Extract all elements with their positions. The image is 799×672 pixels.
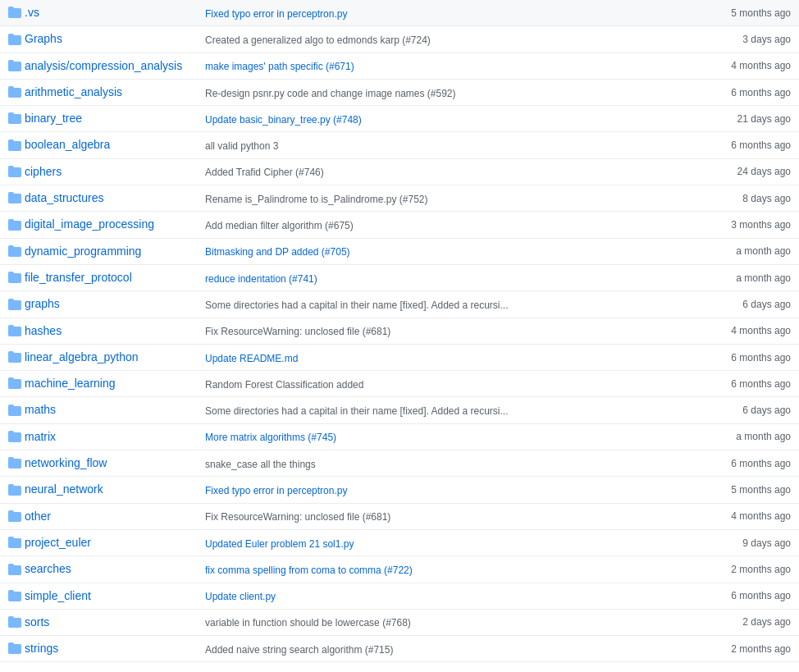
file-name-link[interactable]: file_transfer_protocol bbox=[25, 271, 132, 284]
commit-message-link[interactable]: make images' path specific (#671) bbox=[205, 61, 354, 72]
file-name-link[interactable]: neural_network bbox=[25, 482, 103, 496]
table-row: simple_clientUpdate client.py6 months ag… bbox=[0, 583, 799, 609]
file-name-link[interactable]: Graphs bbox=[25, 32, 62, 45]
commit-age: a month ago bbox=[689, 423, 799, 450]
commit-message-text: Added Trafid Cipher (#746) bbox=[205, 167, 324, 178]
file-name-link[interactable]: graphs bbox=[25, 297, 60, 310]
file-name-link[interactable]: machine_learning bbox=[25, 377, 116, 390]
folder-icon bbox=[8, 6, 21, 19]
file-name-link[interactable]: other bbox=[25, 510, 51, 523]
folder-icon bbox=[8, 589, 21, 602]
commit-age: 6 days ago bbox=[689, 397, 799, 423]
commit-age: 24 days ago bbox=[689, 158, 799, 185]
commit-message-link[interactable]: Fixed typo error in perceptron.py bbox=[205, 485, 347, 496]
file-name-link[interactable]: strings bbox=[25, 642, 58, 655]
commit-message-link[interactable]: fix comma spelling from coma to comma (#… bbox=[205, 565, 413, 576]
file-name-link[interactable]: networking_flow bbox=[25, 456, 107, 469]
folder-icon bbox=[8, 191, 21, 204]
table-row: ciphersAdded Trafid Cipher (#746)24 days… bbox=[0, 158, 799, 185]
table-row: analysis/compression_analysismake images… bbox=[0, 53, 799, 79]
commit-message-text: Created a generalized algo to edmonds ka… bbox=[205, 34, 431, 46]
commit-age: 3 months ago bbox=[689, 212, 799, 238]
table-row: networking_flowsnake_case all the things… bbox=[0, 450, 799, 477]
commit-age: a month ago bbox=[689, 238, 799, 264]
commit-age: 2 days ago bbox=[689, 609, 799, 635]
table-row: file_transfer_protocolreduce indentation… bbox=[0, 264, 799, 290]
table-row: mathsSome directories had a capital in t… bbox=[0, 397, 799, 423]
commit-age: 21 days ago bbox=[689, 106, 799, 132]
commit-message-link[interactable]: More matrix algorithms (#745) bbox=[205, 432, 336, 443]
file-name-link[interactable]: matrix bbox=[25, 430, 56, 443]
commit-age: 2 months ago bbox=[689, 636, 799, 662]
file-name-link[interactable]: simple_client bbox=[25, 589, 91, 602]
file-name-link[interactable]: sorts bbox=[25, 615, 49, 629]
folder-icon bbox=[8, 112, 21, 125]
folder-icon bbox=[8, 139, 21, 152]
file-name-link[interactable]: data_structures bbox=[25, 191, 104, 204]
file-name-link[interactable]: dynamic_programming bbox=[25, 245, 141, 258]
table-row: sortsvariable in function should be lowe… bbox=[0, 609, 799, 635]
table-row: stringsAdded naive string search algorit… bbox=[0, 636, 799, 662]
folder-icon bbox=[8, 510, 21, 523]
commit-age: 6 days ago bbox=[689, 291, 799, 318]
file-name-link[interactable]: .vs bbox=[25, 6, 39, 19]
commit-message-link[interactable]: reduce indentation (#741) bbox=[205, 273, 317, 285]
commit-age: 6 months ago bbox=[689, 79, 799, 105]
commit-message-text: variable in function should be lowercase… bbox=[205, 617, 411, 629]
file-name-link[interactable]: analysis/compression_analysis bbox=[25, 59, 182, 72]
file-name-link[interactable]: arithmetic_analysis bbox=[25, 85, 122, 98]
commit-message-link[interactable]: Bitmasking and DP added (#705) bbox=[205, 246, 350, 258]
folder-icon bbox=[8, 615, 21, 629]
file-name-link[interactable]: hashes bbox=[25, 324, 62, 337]
commit-message-text: Fix ResourceWarning: unclosed file (#681… bbox=[205, 511, 390, 523]
table-row: searchesfix comma spelling from coma to … bbox=[0, 556, 799, 583]
folder-icon bbox=[8, 563, 21, 576]
commit-message-text: snake_case all the things bbox=[205, 459, 316, 470]
folder-icon bbox=[8, 642, 21, 655]
commit-message-link[interactable]: Update README.md bbox=[205, 353, 298, 364]
commit-message-text: Some directories had a capital in their … bbox=[205, 299, 509, 311]
file-name-link[interactable]: ciphers bbox=[25, 165, 62, 178]
commit-message-text: Add median filter algorithm (#675) bbox=[205, 220, 354, 231]
file-name-link[interactable]: maths bbox=[25, 403, 56, 416]
commit-age: 4 months ago bbox=[689, 53, 799, 79]
commit-age: 9 days ago bbox=[689, 529, 799, 555]
folder-icon bbox=[8, 350, 21, 363]
table-row: neural_networkFixed typo error in percep… bbox=[0, 477, 799, 503]
file-name-link[interactable]: linear_algebra_python bbox=[25, 350, 139, 363]
folder-icon bbox=[8, 271, 21, 284]
commit-age: 2 months ago bbox=[689, 556, 799, 583]
folder-icon bbox=[8, 245, 21, 258]
commit-message-text: Rename is_Palindrome to is_Palindrome.py… bbox=[205, 194, 427, 205]
commit-message-link[interactable]: Fixed typo error in perceptron.py bbox=[205, 8, 347, 20]
table-row: graphsSome directories had a capital in … bbox=[0, 291, 799, 318]
folder-icon bbox=[8, 85, 21, 98]
folder-icon bbox=[8, 483, 21, 496]
commit-message-link[interactable]: Update basic_binary_tree.py (#748) bbox=[205, 114, 362, 126]
commit-message-text: Fix ResourceWarning: unclosed file (#681… bbox=[205, 326, 390, 337]
commit-message-link[interactable]: Update client.py bbox=[205, 591, 276, 602]
file-name-link[interactable]: boolean_algebra bbox=[25, 138, 110, 151]
table-row: GraphsCreated a generalized algo to edmo… bbox=[0, 26, 799, 53]
commit-message-link[interactable]: Updated Euler problem 21 sol1.py bbox=[205, 538, 354, 550]
file-name-link[interactable]: project_euler bbox=[25, 536, 91, 549]
folder-icon bbox=[8, 536, 21, 549]
file-name-link[interactable]: binary_tree bbox=[25, 112, 82, 125]
folder-icon bbox=[8, 456, 21, 469]
commit-age: a month ago bbox=[689, 264, 799, 290]
commit-message-text: Some directories had a capital in their … bbox=[205, 405, 509, 417]
commit-message-text: Re-design psnr.py code and change image … bbox=[205, 88, 456, 99]
commit-age: 6 months ago bbox=[689, 344, 799, 370]
commit-age: 4 months ago bbox=[689, 503, 799, 529]
folder-icon bbox=[8, 33, 21, 46]
table-row: otherFix ResourceWarning: unclosed file … bbox=[0, 503, 799, 529]
table-row: digital_image_processingAdd median filte… bbox=[0, 212, 799, 238]
commit-age: 5 months ago bbox=[689, 0, 799, 26]
commit-message-text: Added naive string search algorithm (#71… bbox=[205, 644, 393, 656]
file-name-link[interactable]: digital_image_processing bbox=[25, 217, 154, 231]
folder-icon bbox=[8, 430, 21, 443]
table-row: project_eulerUpdated Euler problem 21 so… bbox=[0, 529, 799, 555]
table-row: arithmetic_analysisRe-design psnr.py cod… bbox=[0, 79, 799, 105]
folder-icon bbox=[8, 324, 21, 337]
file-name-link[interactable]: searches bbox=[25, 562, 71, 575]
